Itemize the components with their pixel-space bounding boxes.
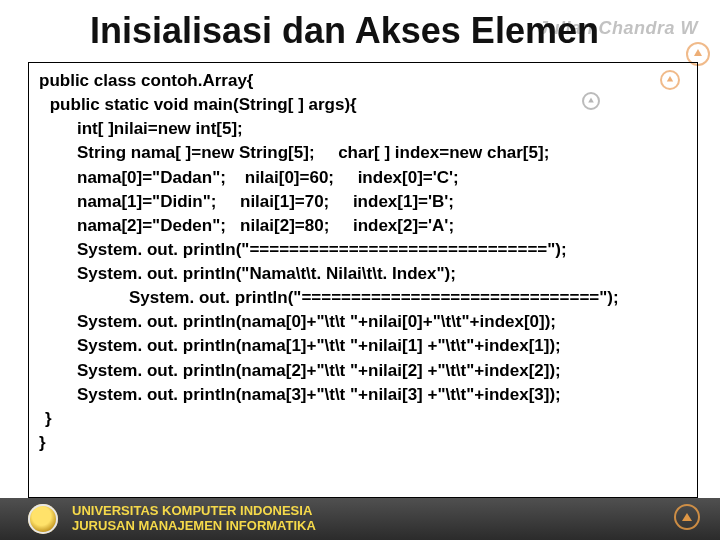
code-line: System. out. println("Nama\t\t. Nilai\t\…: [39, 262, 687, 286]
footer-bar: UNIVERSITAS KOMPUTER INDONESIA JURUSAN M…: [0, 498, 720, 540]
footer-line-2: JURUSAN MANAJEMEN INFORMATIKA: [72, 519, 316, 534]
code-line: System. out. println(nama[1]+"\t\t "+nil…: [39, 334, 687, 358]
slide-title: Inisialisasi dan Akses Elemen: [90, 10, 599, 52]
arrow-up-icon: [674, 504, 700, 530]
code-line: System. out. println(nama[0]+"\t\t "+nil…: [39, 310, 687, 334]
code-line: String nama[ ]=new String[5]; char[ ] in…: [39, 141, 687, 165]
university-logo-icon: [28, 504, 58, 534]
code-line: public class contoh.Array{: [39, 69, 687, 93]
code-line: int[ ]nilai=new int[5];: [39, 117, 687, 141]
code-block: public class contoh.Array{ public static…: [28, 62, 698, 498]
code-line: System. out. println("==================…: [39, 238, 687, 262]
code-line: }: [39, 407, 687, 431]
footer-line-1: UNIVERSITAS KOMPUTER INDONESIA: [72, 504, 316, 519]
code-line: nama[2]="Deden"; nilai[2]=80; index[2]='…: [39, 214, 687, 238]
code-line: }: [39, 431, 687, 455]
code-line: System. out. println(nama[2]+"\t\t "+nil…: [39, 359, 687, 383]
code-line: public static void main(String[ ] args){: [39, 93, 687, 117]
slide: Julian Chandra W Inisialisasi dan Akses …: [0, 0, 720, 540]
code-line: nama[0]="Dadan"; nilai[0]=60; index[0]='…: [39, 166, 687, 190]
university-name: UNIVERSITAS KOMPUTER INDONESIA JURUSAN M…: [72, 504, 316, 534]
code-line: nama[1]="Didin"; nilai[1]=70; index[1]='…: [39, 190, 687, 214]
code-line: System. out. println("==================…: [39, 286, 687, 310]
code-line: System. out. println(nama[3]+"\t\t "+nil…: [39, 383, 687, 407]
